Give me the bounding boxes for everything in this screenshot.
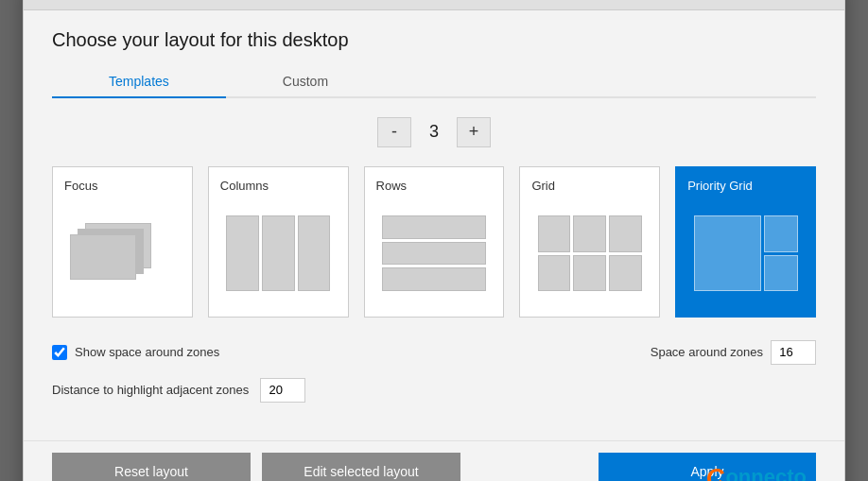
pgrid-preview-container xyxy=(687,202,804,305)
columns-visual xyxy=(226,215,330,291)
grid-cell-2 xyxy=(573,215,606,252)
connecter-logo: C onnecto .com xyxy=(706,463,835,482)
grid-cell-3 xyxy=(609,215,642,252)
space-around-label: Space around zones xyxy=(651,345,763,359)
layout-label-rows: Rows xyxy=(376,179,493,193)
grid-cell-1 xyxy=(538,215,571,252)
pgrid-visual xyxy=(694,215,798,291)
rows-visual xyxy=(382,215,486,291)
layout-card-priority-grid[interactable]: Priority Grid xyxy=(675,166,816,318)
logo-suffix: .com xyxy=(808,477,835,482)
edit-selected-button[interactable]: Edit selected layout xyxy=(262,453,460,482)
layout-dialog: ✕ Choose your layout for this desktop Te… xyxy=(23,0,845,481)
rows-preview-container xyxy=(376,202,493,305)
focus-preview xyxy=(64,202,181,305)
row-block-2 xyxy=(382,242,486,266)
distance-input[interactable] xyxy=(260,378,305,403)
distance-label: Distance to highlight adjacent zones xyxy=(52,383,249,397)
layout-card-rows[interactable]: Rows xyxy=(364,166,505,318)
tab-custom[interactable]: Custom xyxy=(226,66,385,98)
show-space-option: Show space around zones xyxy=(52,345,219,360)
tabs-container: Templates Custom xyxy=(52,66,816,98)
grid-cell-5 xyxy=(573,255,606,292)
grid-cell-4 xyxy=(538,255,571,292)
layout-card-columns[interactable]: Columns xyxy=(208,166,349,318)
grid-visual xyxy=(538,215,642,291)
pgrid-small-1 xyxy=(764,215,798,252)
options-row: Show space around zones Space around zon… xyxy=(52,340,816,365)
layout-label-focus: Focus xyxy=(64,179,181,193)
layout-label-columns: Columns xyxy=(220,179,337,193)
layout-card-focus[interactable]: Focus xyxy=(52,166,193,318)
pgrid-small-2 xyxy=(764,255,798,292)
title-bar: ✕ xyxy=(24,0,844,10)
show-space-checkbox[interactable] xyxy=(52,345,67,360)
counter-value: 3 xyxy=(423,122,445,142)
logo-text: onnecto xyxy=(725,465,807,481)
close-button[interactable]: ✕ xyxy=(814,0,837,6)
increment-button[interactable]: + xyxy=(457,117,491,147)
dialog-title: Choose your layout for this desktop xyxy=(52,29,816,51)
columns-preview-container xyxy=(220,202,337,305)
focus-visual xyxy=(64,215,181,291)
layouts-row: Focus Columns xyxy=(52,166,816,318)
row-block-1 xyxy=(382,215,486,239)
logo-c-letter: C xyxy=(706,463,724,482)
layout-label-priority-grid: Priority Grid xyxy=(687,179,804,193)
row-block-3 xyxy=(382,267,486,291)
focus-rect-front xyxy=(70,234,136,280)
layout-label-grid: Grid xyxy=(531,179,648,193)
grid-preview-container xyxy=(531,202,648,305)
distance-row: Distance to highlight adjacent zones xyxy=(52,378,816,403)
col-block-3 xyxy=(298,215,331,291)
col-block-1 xyxy=(226,215,259,291)
space-around-option: Space around zones xyxy=(651,340,816,365)
space-around-input[interactable] xyxy=(771,340,816,365)
decrement-button[interactable]: - xyxy=(377,117,411,147)
tab-templates[interactable]: Templates xyxy=(52,66,226,98)
dialog-body: Choose your layout for this desktop Temp… xyxy=(24,10,844,440)
pgrid-big-cell xyxy=(694,215,761,291)
counter-row: - 3 + xyxy=(52,117,816,147)
grid-cell-6 xyxy=(609,255,642,292)
col-block-2 xyxy=(262,215,295,291)
reset-layout-button[interactable]: Reset layout xyxy=(52,453,251,482)
show-space-label: Show space around zones xyxy=(75,345,219,359)
layout-card-grid[interactable]: Grid xyxy=(519,166,660,318)
